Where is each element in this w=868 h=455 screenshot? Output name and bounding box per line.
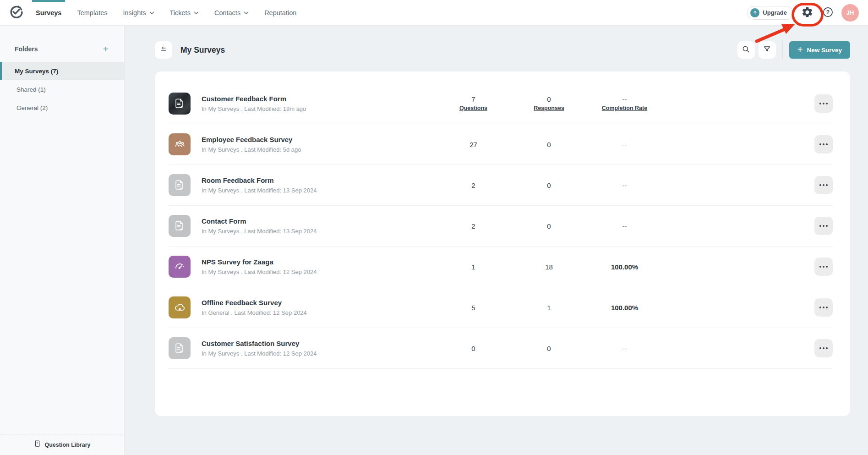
ellipsis-icon	[819, 347, 821, 349]
survey-meta: In My Surveys . Last Modified: 12 Sep 20…	[202, 350, 436, 357]
responses-count: 0	[511, 222, 587, 230]
table-row: NPS Survey for ZaagaIn My Surveys . Last…	[169, 247, 833, 287]
survey-title[interactable]: Contact Form	[202, 217, 436, 225]
nav-item-contacts[interactable]: Contacts	[213, 0, 250, 26]
row-menu-button[interactable]	[814, 176, 833, 194]
row-menu-button[interactable]	[814, 339, 833, 357]
document-icon	[174, 342, 186, 354]
ellipsis-icon	[819, 143, 821, 145]
survey-title[interactable]: NPS Survey for Zaaga	[202, 258, 436, 266]
survey-meta: In General . Last Modified: 12 Sep 2024	[202, 309, 436, 316]
completion-rate: --	[587, 345, 662, 352]
header-divider	[782, 41, 783, 59]
folders-header: Folders +	[0, 26, 124, 62]
row-menu-button[interactable]	[814, 217, 833, 235]
survey-thumbnail[interactable]	[169, 215, 191, 237]
survey-thumbnail[interactable]	[169, 93, 191, 115]
document-icon	[174, 98, 186, 110]
ellipsis-icon	[819, 225, 821, 227]
completion-rate: --	[587, 141, 662, 148]
row-menu-button[interactable]	[814, 135, 833, 153]
survey-meta: In My Surveys . Last Modified: 19m ago	[202, 105, 436, 112]
questions-count: 27	[436, 141, 511, 148]
settings-button[interactable]	[800, 5, 814, 21]
responses-label[interactable]: Responses	[534, 105, 564, 111]
ellipsis-icon	[819, 184, 821, 186]
brand-logo[interactable]	[0, 4, 32, 22]
collapse-sidebar-button[interactable]	[155, 41, 172, 59]
table-row: Customer Feedback FormIn My Surveys . La…	[169, 83, 833, 124]
survey-title[interactable]: Room Feedback Form	[202, 176, 436, 184]
survey-meta: In My Surveys . Last Modified: 5d ago	[202, 146, 436, 153]
ellipsis-icon	[823, 143, 824, 145]
responses-count: 18	[511, 263, 587, 271]
survey-thumbnail[interactable]	[169, 174, 191, 196]
questions-count: 2	[436, 181, 511, 189]
nav-item-templates[interactable]: Templates	[76, 0, 108, 26]
nav-item-tickets[interactable]: Tickets	[169, 0, 200, 26]
upgrade-label: Upgrade	[763, 9, 787, 16]
collapse-sidebar-icon	[159, 45, 168, 55]
user-avatar[interactable]: JH	[841, 4, 859, 22]
responses-count: 1	[511, 304, 587, 312]
top-nav: SurveysTemplatesInsightsTicketsContactsR…	[0, 0, 868, 26]
people-icon	[174, 138, 186, 151]
logo-icon	[8, 4, 24, 22]
new-survey-button[interactable]: + New Survey	[789, 41, 850, 59]
svg-text:?: ?	[37, 441, 38, 444]
ellipsis-icon	[823, 266, 824, 268]
row-menu-button[interactable]	[814, 298, 833, 317]
survey-title[interactable]: Employee Feedback Survey	[202, 136, 436, 143]
folders-title: Folders	[15, 45, 38, 53]
questions-label[interactable]: Questions	[459, 105, 487, 111]
ellipsis-icon	[826, 347, 828, 349]
survey-thumbnail[interactable]	[169, 256, 191, 278]
ellipsis-icon	[823, 225, 824, 227]
survey-title[interactable]: Customer Satisfaction Survey	[202, 340, 436, 347]
ellipsis-icon	[823, 184, 824, 186]
survey-thumbnail[interactable]	[169, 296, 191, 318]
top-nav-right: Upgrade ? JH	[747, 4, 868, 22]
row-menu-button[interactable]	[814, 94, 833, 113]
table-row: Room Feedback FormIn My Surveys . Last M…	[169, 165, 833, 206]
ellipsis-icon	[819, 307, 821, 308]
survey-title[interactable]: Offline Feedback Survey	[202, 299, 436, 307]
table-row: Employee Feedback SurveyIn My Surveys . …	[169, 124, 833, 165]
sidebar-item-general-2[interactable]: General (2)	[0, 99, 124, 117]
svg-text:?: ?	[826, 9, 830, 15]
nav-item-surveys[interactable]: Surveys	[35, 0, 62, 26]
questions-count: 2	[436, 222, 511, 230]
row-menu-button[interactable]	[814, 258, 833, 276]
chevron-down-icon	[194, 11, 199, 15]
completion-label[interactable]: Completion Rate	[602, 105, 647, 111]
document-icon	[174, 179, 186, 191]
completion-rate: 100.00%	[587, 304, 662, 312]
filter-button[interactable]	[759, 41, 776, 59]
questions-count: 0	[436, 345, 511, 352]
help-button[interactable]: ?	[821, 5, 835, 20]
question-library-button[interactable]: ? Question Library	[0, 434, 124, 455]
table-row: Customer Satisfaction SurveyIn My Survey…	[169, 328, 833, 369]
gear-icon	[801, 6, 813, 20]
survey-thumbnail[interactable]	[169, 337, 191, 359]
search-button[interactable]	[737, 41, 755, 59]
nav-item-insights[interactable]: Insights	[122, 0, 155, 26]
survey-meta: In My Surveys . Last Modified: 13 Sep 20…	[202, 228, 436, 235]
book-icon: ?	[33, 440, 41, 450]
top-nav-items: SurveysTemplatesInsightsTicketsContactsR…	[35, 0, 297, 26]
ellipsis-icon	[819, 103, 821, 104]
ellipsis-icon	[823, 347, 824, 349]
nav-item-reputation[interactable]: Reputation	[263, 0, 297, 26]
nav-item-label: Contacts	[214, 9, 240, 16]
sidebar-item-shared-1[interactable]: Shared (1)	[0, 80, 124, 99]
upgrade-button[interactable]: Upgrade	[747, 6, 793, 20]
gauge-icon	[174, 261, 186, 273]
add-folder-button[interactable]: +	[103, 44, 109, 54]
survey-meta: In My Surveys . Last Modified: 12 Sep 20…	[202, 269, 436, 275]
completion-rate: --	[587, 95, 662, 103]
survey-thumbnail[interactable]	[169, 133, 191, 155]
survey-title[interactable]: Customer Feedback Form	[202, 95, 436, 103]
page-title: My Surveys	[180, 45, 225, 55]
responses-count: 0	[511, 95, 587, 103]
sidebar-item-my-surveys-7[interactable]: My Surveys (7)	[0, 62, 124, 80]
